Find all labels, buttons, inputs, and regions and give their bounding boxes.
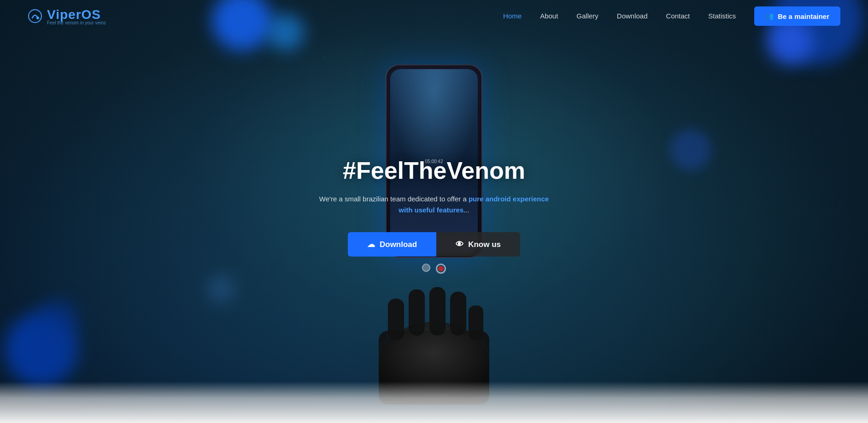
nav-item-statistics[interactable]: Statistics (708, 12, 736, 20)
nav-link-contact[interactable]: Contact (666, 12, 690, 20)
logo-link[interactable]: ViperOS Feel the venom in your veins (28, 7, 106, 25)
maintainer-label: Be a maintainer (778, 12, 829, 20)
maintainer-button[interactable]: 👥 Be a maintainer (754, 6, 840, 26)
nav-item-contact[interactable]: Contact (666, 12, 690, 20)
nav-link-about[interactable]: About (540, 12, 558, 20)
phone-dot-record-inner (438, 266, 444, 271)
download-label: Download (380, 240, 417, 249)
svg-rect-6 (469, 306, 483, 340)
knowus-icon: 👁 (456, 240, 463, 249)
nav-link-home[interactable]: Home (503, 12, 522, 20)
brand-subtitle: Feel the venom in your veins (47, 20, 106, 25)
svg-rect-4 (429, 287, 446, 335)
hero-subtitle-end: ... (463, 206, 469, 214)
bottom-strip (0, 382, 868, 423)
nav-link-gallery[interactable]: Gallery (576, 12, 598, 20)
nav-item-gallery[interactable]: Gallery (576, 12, 598, 20)
svg-point-8 (36, 17, 39, 19)
maintainer-icon: 👥 (765, 12, 774, 20)
hero-buttons: ☁ Download 👁 Know us (319, 232, 549, 257)
nav-item-home[interactable]: Home (503, 12, 522, 20)
download-button[interactable]: ☁ Download (348, 232, 436, 257)
hero-section: 05:00:42 (0, 0, 868, 423)
hero-title: #FeelTheVenom (319, 157, 549, 184)
download-icon: ☁ (367, 240, 375, 249)
svg-rect-3 (409, 289, 425, 335)
nav-links: Home About Gallery Download Contact Stat… (503, 12, 736, 20)
nav-link-download[interactable]: Download (617, 12, 648, 20)
phone-dot-home (422, 264, 430, 272)
nav-link-statistics[interactable]: Statistics (708, 12, 736, 20)
phone-indicators (422, 264, 446, 274)
phone-dot-record (436, 264, 446, 274)
svg-rect-2 (388, 299, 404, 340)
brand-name: ViperOS (47, 7, 101, 22)
knowus-label: Know us (468, 240, 501, 249)
svg-rect-5 (450, 292, 466, 335)
logo-icon (28, 9, 42, 24)
nav-item-about[interactable]: About (540, 12, 558, 20)
hero-subtitle-plain: We're a small brazilian team dedicated t… (319, 195, 469, 203)
hero-content: #FeelTheVenom We're a small brazilian te… (319, 157, 549, 257)
navbar: ViperOS Feel the venom in your veins Hom… (0, 0, 868, 32)
hero-subtitle: We're a small brazilian team dedicated t… (319, 194, 549, 216)
nav-item-download[interactable]: Download (617, 12, 648, 20)
knowus-button[interactable]: 👁 Know us (436, 232, 520, 257)
svg-point-7 (29, 10, 41, 23)
